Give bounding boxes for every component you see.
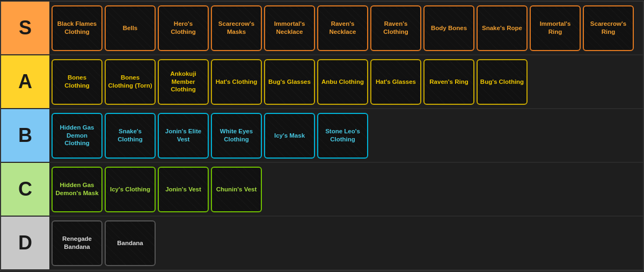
item-card[interactable]: White Eyes Clothing (211, 113, 262, 159)
item-card[interactable]: Hat's Glasses (370, 59, 421, 105)
item-card[interactable]: Hat's Clothing (211, 59, 262, 105)
item-card[interactable]: Bones Clothing (Torn) (105, 59, 156, 105)
item-card[interactable]: Immortal's Necklace (264, 5, 315, 51)
tier-row-s: SBlack Flames ClothingBellsHero's Clothi… (1, 2, 643, 55)
item-card[interactable]: Scarecrow's Ring (583, 5, 634, 51)
tier-row-c: CHidden Gas Demon's MaskIcy's ClothingJo… (1, 163, 643, 217)
tier-label-a: A (1, 55, 49, 108)
item-card[interactable]: Bones Clothing (52, 59, 103, 105)
item-card[interactable]: Bells (105, 5, 156, 51)
item-card[interactable]: Chunin's Vest (211, 167, 262, 212)
tier-items-a: Bones ClothingBones Clothing (Torn)Ankok… (49, 55, 643, 108)
item-card[interactable]: Icy's Clothing (105, 167, 156, 212)
item-card[interactable]: Body Bones (423, 5, 474, 51)
item-card[interactable]: Icy's Mask (264, 113, 315, 159)
item-card[interactable]: Bug's Glasses (264, 59, 315, 105)
item-card[interactable]: Bug's Clothing (477, 59, 528, 105)
tier-label-s: S (1, 2, 49, 54)
item-card[interactable]: Snake's Rope (477, 5, 528, 51)
tier-row-a: ABones ClothingBones Clothing (Torn)Anko… (1, 55, 643, 109)
tier-items-c: Hidden Gas Demon's MaskIcy's ClothingJon… (49, 163, 643, 216)
item-card[interactable]: Bandana (105, 220, 156, 266)
item-card[interactable]: Stone Leo's Clothing (317, 113, 368, 159)
item-card[interactable]: Raven's Necklace (317, 5, 368, 51)
item-card[interactable]: Hero's Clothing (158, 5, 209, 51)
item-card[interactable]: Scarecrow's Masks (211, 5, 262, 51)
item-card[interactable]: Jonin's Elite Vest (158, 113, 209, 159)
item-card[interactable]: Raven's Ring (423, 59, 474, 105)
tier-label-c: C (1, 163, 49, 216)
item-card[interactable]: Ankokuji Member Clothing (158, 59, 209, 105)
item-card[interactable]: Hidden Gas Demon's Mask (52, 167, 103, 212)
item-card[interactable]: Snake's Clothing (105, 113, 156, 159)
tier-label-d: D (1, 217, 49, 269)
tier-label-b: B (1, 109, 49, 162)
tier-items-s: Black Flames ClothingBellsHero's Clothin… (49, 2, 643, 54)
item-card[interactable]: Black Flames Clothing (52, 5, 103, 51)
item-card[interactable]: Renegade Bandana (52, 220, 103, 266)
item-card[interactable]: Raven's Clothing (370, 5, 421, 51)
tier-items-d: Renegade BandanaBandana (49, 217, 643, 269)
item-card[interactable]: Anbu Clothing (317, 59, 368, 105)
item-card[interactable]: Immortal's Ring (530, 5, 581, 51)
item-card[interactable]: Hidden Gas Demon Clothing (52, 113, 103, 159)
tier-items-b: Hidden Gas Demon ClothingSnake's Clothin… (49, 109, 643, 162)
tier-list: SBlack Flames ClothingBellsHero's Clothi… (0, 1, 644, 271)
tier-row-d: DRenegade BandanaBandana (1, 217, 643, 270)
item-card[interactable]: Jonin's Vest (158, 167, 209, 212)
tier-row-b: BHidden Gas Demon ClothingSnake's Clothi… (1, 109, 643, 163)
